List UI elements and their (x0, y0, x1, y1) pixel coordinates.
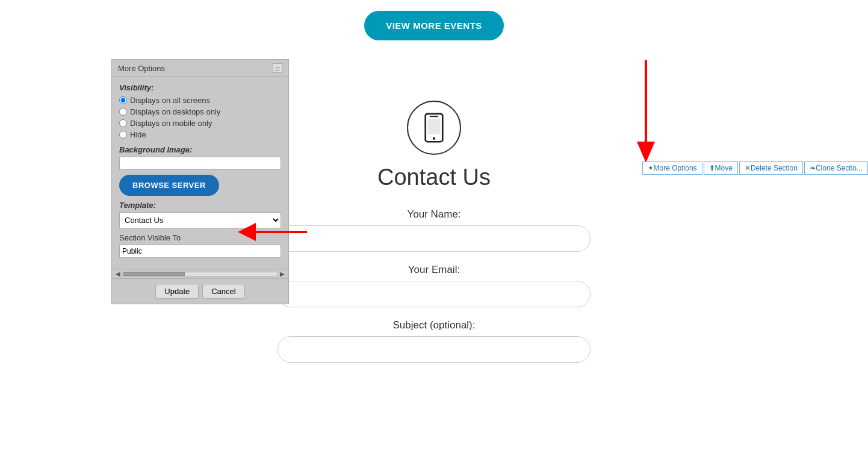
contact-form: Your Name: Your Email: Subject (optional… (277, 208, 591, 375)
radio-mobile-input[interactable] (119, 119, 127, 127)
radio-all-screens-input[interactable] (119, 96, 127, 104)
contact-us-title: Contact Us (377, 164, 491, 190)
update-button[interactable]: Update (155, 284, 199, 299)
radio-mobile[interactable]: Displays on mobile only (119, 119, 281, 128)
your-email-label: Your Email: (277, 264, 591, 276)
svg-marker-1 (637, 142, 655, 163)
view-more-events-button[interactable]: VIEW MORE EVENTS (364, 11, 504, 40)
clone-section-button[interactable]: ❧Clone Sectio... (804, 161, 868, 175)
scroll-track (123, 272, 277, 277)
visibility-label: Visibility: (119, 83, 281, 92)
scroll-left-arrow[interactable]: ◀ (114, 271, 122, 277)
red-arrow-form (235, 205, 313, 259)
mobile-icon (422, 113, 446, 143)
cancel-button[interactable]: Cancel (202, 284, 244, 299)
panel-header: More Options □ (112, 60, 288, 77)
radio-all-screens-label: Displays on all screens (130, 96, 210, 105)
subject-input[interactable] (277, 336, 591, 363)
browse-server-button[interactable]: BROWSE SERVER (119, 175, 219, 196)
radio-hide-label: Hide (130, 130, 146, 139)
radio-desktops-label: Displays on desktops only (130, 107, 220, 116)
radio-hide[interactable]: Hide (119, 130, 281, 139)
background-image-label: Background Image: (119, 145, 281, 154)
more-options-panel: More Options □ Visibility: Displays on a… (111, 59, 289, 304)
delete-section-button[interactable]: ✕Delete Section (739, 161, 803, 175)
your-email-input[interactable] (277, 281, 591, 307)
move-action-button[interactable]: ⬆Move (704, 161, 738, 175)
red-arrow-top (631, 54, 661, 175)
panel-title: More Options (118, 64, 165, 73)
svg-point-6 (433, 137, 435, 140)
radio-all-screens[interactable]: Displays on all screens (119, 96, 281, 105)
more-options-action-button[interactable]: ✦More Options (642, 161, 702, 175)
your-name-label: Your Name: (277, 208, 591, 221)
mobile-icon-circle (407, 101, 461, 155)
radio-hide-input[interactable] (119, 131, 127, 139)
scroll-right-arrow[interactable]: ▶ (279, 271, 286, 277)
section-actions-bar: ✦More Options ⬆Move ✕Delete Section ❧Clo… (642, 161, 868, 175)
subject-label: Subject (optional): (277, 319, 591, 331)
your-name-input[interactable] (277, 225, 591, 252)
background-image-input[interactable] (119, 157, 281, 170)
radio-mobile-label: Displays on mobile only (130, 119, 212, 128)
top-bar: VIEW MORE EVENTS (0, 0, 868, 52)
panel-scrollbar: ◀ ▶ (112, 269, 288, 278)
scroll-thumb (123, 272, 185, 276)
panel-close-button[interactable]: □ (273, 63, 282, 73)
radio-desktops-input[interactable] (119, 108, 127, 116)
panel-footer: Update Cancel (112, 278, 288, 304)
svg-marker-3 (238, 223, 256, 241)
svg-rect-5 (430, 116, 438, 117)
radio-desktops[interactable]: Displays on desktops only (119, 107, 281, 116)
svg-rect-7 (427, 119, 440, 134)
